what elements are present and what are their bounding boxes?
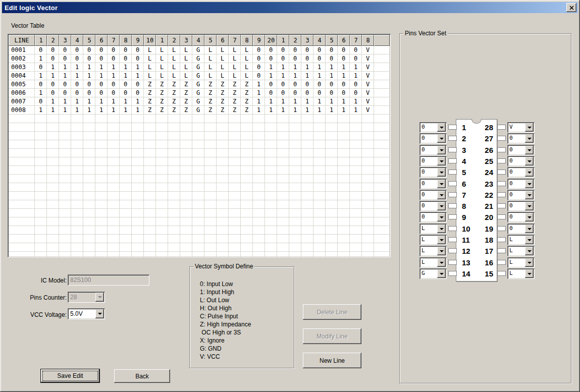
vector-cell[interactable]: Z xyxy=(156,97,168,106)
vector-cell[interactable]: 1 xyxy=(95,72,108,80)
vector-cell[interactable]: 1 xyxy=(83,106,95,115)
vector-cell[interactable]: L xyxy=(144,54,156,63)
vector-cell[interactable]: V xyxy=(362,106,374,115)
vector-cell[interactable]: L xyxy=(156,46,168,54)
line-number-cell[interactable]: 0003 xyxy=(9,63,35,72)
vector-cell[interactable]: 1 xyxy=(253,89,265,97)
vector-cell[interactable]: 0 xyxy=(326,46,338,54)
vector-cell[interactable]: V xyxy=(362,97,374,106)
vector-cell[interactable]: Z xyxy=(204,89,217,97)
vector-cell[interactable]: V xyxy=(362,63,374,72)
vector-cell[interactable]: L xyxy=(204,54,217,63)
vector-cell[interactable]: 0 xyxy=(253,54,265,63)
vector-cell[interactable]: 1 xyxy=(47,72,59,80)
vector-cell[interactable]: 1 xyxy=(120,63,132,72)
pin-16-select[interactable]: L xyxy=(507,257,535,268)
vector-cell[interactable]: 0 xyxy=(47,80,59,89)
vector-cell[interactable]: 0 xyxy=(265,80,277,89)
vector-cell[interactable]: V xyxy=(362,80,374,89)
pin-22-select[interactable]: 0 xyxy=(507,190,535,200)
pin-26-select[interactable]: 0 xyxy=(507,145,535,155)
vector-cell[interactable]: 0 xyxy=(289,80,301,89)
vector-cell[interactable]: Z xyxy=(217,97,229,106)
vector-cell[interactable]: 1 xyxy=(289,106,301,115)
vector-cell[interactable]: 1 xyxy=(35,54,47,63)
vector-cell[interactable]: L xyxy=(180,54,192,63)
vector-cell[interactable]: 0 xyxy=(326,89,338,97)
vector-cell[interactable]: 1 xyxy=(108,63,120,72)
vector-cell[interactable]: 0 xyxy=(338,54,350,63)
vector-cell[interactable]: 0 xyxy=(253,63,265,72)
vector-cell[interactable]: 0 xyxy=(83,54,95,63)
vector-cell[interactable]: 1 xyxy=(83,97,95,106)
vector-cell[interactable]: L xyxy=(229,54,241,63)
vector-cell[interactable]: L xyxy=(241,72,253,80)
pin-13-select[interactable]: L xyxy=(419,257,447,268)
vector-cell[interactable]: 0 xyxy=(132,54,144,63)
line-number-cell[interactable]: 0002 xyxy=(9,54,35,63)
vector-cell[interactable]: Z xyxy=(229,106,241,115)
close-button[interactable] xyxy=(566,3,576,12)
pin-6-select[interactable]: 0 xyxy=(419,179,447,189)
vector-cell[interactable]: 1 xyxy=(338,72,350,80)
vector-cell[interactable]: 1 xyxy=(47,63,59,72)
vector-cell[interactable]: 1 xyxy=(265,63,277,72)
pin-9-select[interactable]: 0 xyxy=(419,212,447,222)
vector-cell[interactable]: 1 xyxy=(95,63,108,72)
vector-cell[interactable]: L xyxy=(168,63,180,72)
vector-cell[interactable]: L xyxy=(168,46,180,54)
pin-28-select[interactable]: V xyxy=(507,122,535,133)
vector-cell[interactable]: L xyxy=(241,46,253,54)
pin-18-select[interactable]: L xyxy=(507,235,535,245)
vector-cell[interactable]: L xyxy=(217,54,229,63)
vector-cell[interactable]: V xyxy=(362,89,374,97)
vector-cell[interactable]: Z xyxy=(168,97,180,106)
vector-cell[interactable]: Z xyxy=(156,89,168,97)
pin-2-select[interactable]: 0 xyxy=(419,133,447,144)
vector-cell[interactable]: Z xyxy=(180,80,192,89)
vector-cell[interactable]: 0 xyxy=(95,46,108,54)
vector-cell[interactable]: 1 xyxy=(71,97,83,106)
vector-cell[interactable]: L xyxy=(217,46,229,54)
vector-cell[interactable]: 0 xyxy=(120,54,132,63)
vector-cell[interactable]: L xyxy=(217,72,229,80)
vector-cell[interactable]: 0 xyxy=(350,46,362,54)
vector-cell[interactable]: 0 xyxy=(350,54,362,63)
vector-cell[interactable]: Z xyxy=(217,89,229,97)
vector-cell[interactable]: Z xyxy=(144,97,156,106)
vector-cell[interactable]: 0 xyxy=(301,46,313,54)
vector-cell[interactable]: 1 xyxy=(265,97,277,106)
line-number-cell[interactable]: 0008 xyxy=(9,106,35,115)
vector-cell[interactable]: 1 xyxy=(313,97,326,106)
vector-cell[interactable]: 1 xyxy=(120,97,132,106)
vector-cell[interactable]: 0 xyxy=(59,80,71,89)
vector-cell[interactable]: 0 xyxy=(277,46,289,54)
vector-cell[interactable]: L xyxy=(144,72,156,80)
vector-cell[interactable]: 0 xyxy=(301,80,313,89)
vector-cell[interactable]: G xyxy=(192,72,204,80)
vector-cell[interactable]: 0 xyxy=(83,89,95,97)
vector-cell[interactable]: L xyxy=(204,72,217,80)
pin-7-select[interactable]: 0 xyxy=(419,190,447,200)
vector-cell[interactable]: 0 xyxy=(265,89,277,97)
vector-cell[interactable]: L xyxy=(204,63,217,72)
pin-14-select[interactable]: G xyxy=(419,268,447,279)
vector-cell[interactable]: 0 xyxy=(35,63,47,72)
pin-8-select[interactable]: 0 xyxy=(419,201,447,211)
vector-cell[interactable]: 0 xyxy=(95,80,108,89)
vector-cell[interactable]: Z xyxy=(241,97,253,106)
vector-cell[interactable]: 1 xyxy=(313,106,326,115)
vector-cell[interactable]: 1 xyxy=(35,106,47,115)
vector-cell[interactable]: Z xyxy=(229,89,241,97)
vector-cell[interactable]: 1 xyxy=(71,72,83,80)
vector-cell[interactable]: 1 xyxy=(350,63,362,72)
vector-cell[interactable]: 0 xyxy=(120,46,132,54)
vector-cell[interactable]: G xyxy=(192,97,204,106)
pin-25-select[interactable]: 0 xyxy=(507,156,535,166)
vector-cell[interactable]: 0 xyxy=(301,89,313,97)
vector-cell[interactable]: 1 xyxy=(265,106,277,115)
pin-21-select[interactable]: 0 xyxy=(507,201,535,211)
vector-cell[interactable]: 0 xyxy=(95,89,108,97)
vector-cell[interactable]: L xyxy=(156,72,168,80)
vector-cell[interactable]: Z xyxy=(241,89,253,97)
